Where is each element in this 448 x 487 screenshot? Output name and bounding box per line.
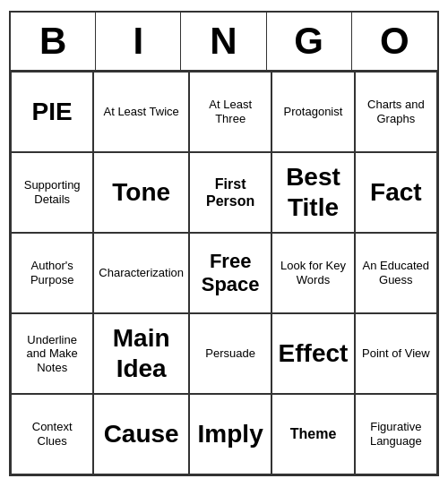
- bingo-cell-3: Protagonist: [271, 72, 354, 152]
- bingo-cell-4: Charts and Graphs: [355, 72, 437, 152]
- bingo-cell-20: Context Clues: [11, 394, 93, 474]
- bingo-cell-21: Cause: [93, 394, 189, 474]
- bingo-cell-13: Look for Key Words: [271, 233, 354, 313]
- bingo-cell-2: At Least Three: [189, 72, 271, 152]
- bingo-cell-6: Tone: [93, 152, 189, 233]
- bingo-cell-12: Free Space: [189, 233, 271, 313]
- header-letter-n: N: [181, 13, 266, 70]
- header-letter-o: O: [352, 13, 437, 70]
- bingo-card: BINGO PIEAt Least TwiceAt Least ThreePro…: [9, 11, 439, 476]
- header-letter-g: G: [267, 13, 352, 70]
- bingo-cell-15: Underline and Make Notes: [11, 313, 93, 394]
- bingo-cell-18: Effect: [271, 313, 354, 394]
- bingo-header: BINGO: [11, 13, 437, 72]
- bingo-cell-9: Fact: [355, 152, 437, 233]
- header-letter-b: B: [11, 13, 96, 70]
- bingo-cell-8: Best Title: [271, 152, 354, 233]
- bingo-cell-5: Supporting Details: [11, 152, 93, 233]
- bingo-cell-16: Main Idea: [93, 313, 189, 394]
- bingo-cell-24: Figurative Language: [355, 394, 437, 474]
- bingo-cell-14: An Educated Guess: [355, 233, 437, 313]
- bingo-cell-0: PIE: [11, 72, 93, 152]
- bingo-cell-22: Imply: [189, 394, 271, 474]
- bingo-cell-7: First Person: [189, 152, 271, 233]
- bingo-cell-1: At Least Twice: [93, 72, 189, 152]
- bingo-cell-19: Point of View: [355, 313, 437, 394]
- bingo-cell-17: Persuade: [189, 313, 271, 394]
- bingo-cell-23: Theme: [271, 394, 354, 474]
- bingo-grid: PIEAt Least TwiceAt Least ThreeProtagoni…: [11, 72, 437, 474]
- bingo-cell-10: Author's Purpose: [11, 233, 93, 313]
- bingo-cell-11: Characterization: [93, 233, 189, 313]
- header-letter-i: I: [96, 13, 181, 70]
